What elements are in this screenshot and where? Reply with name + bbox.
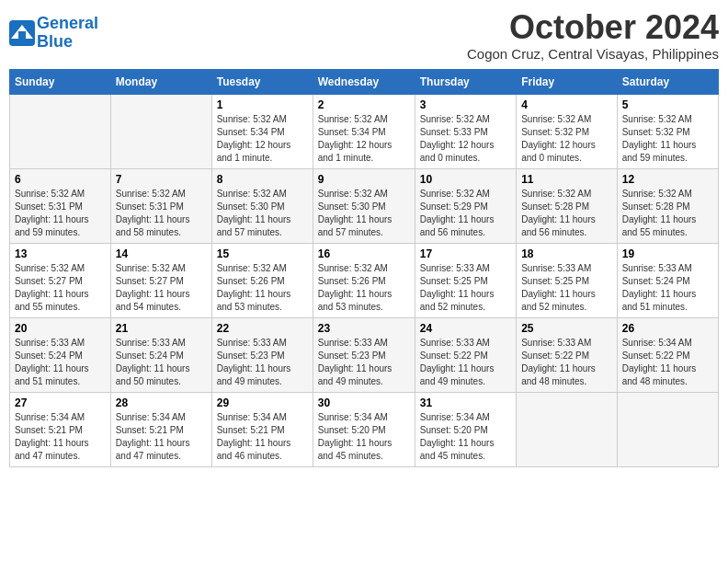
- calendar-week-row: 6Sunrise: 5:32 AMSunset: 5:31 PMDaylight…: [10, 168, 719, 243]
- day-info: Sunrise: 5:32 AMSunset: 5:26 PMDaylight:…: [318, 262, 410, 314]
- day-info: Sunrise: 5:32 AMSunset: 5:34 PMDaylight:…: [217, 113, 308, 165]
- calendar-cell: 9Sunrise: 5:32 AMSunset: 5:30 PMDaylight…: [313, 168, 415, 243]
- day-info: Sunrise: 5:33 AMSunset: 5:22 PMDaylight:…: [521, 337, 612, 388]
- day-number: 27: [15, 396, 106, 409]
- calendar-cell: 18Sunrise: 5:33 AMSunset: 5:25 PMDayligh…: [517, 243, 618, 317]
- day-info: Sunrise: 5:32 AMSunset: 5:32 PMDaylight:…: [521, 113, 612, 165]
- calendar-cell: 2Sunrise: 5:32 AMSunset: 5:34 PMDaylight…: [313, 94, 415, 168]
- day-info: Sunrise: 5:34 AMSunset: 5:22 PMDaylight:…: [622, 337, 713, 388]
- day-number: 24: [420, 322, 511, 335]
- calendar-cell: 14Sunrise: 5:32 AMSunset: 5:27 PMDayligh…: [110, 243, 211, 317]
- calendar-cell: 27Sunrise: 5:34 AMSunset: 5:21 PMDayligh…: [10, 392, 111, 466]
- calendar-body: 1Sunrise: 5:32 AMSunset: 5:34 PMDaylight…: [10, 94, 719, 466]
- day-number: 20: [15, 322, 106, 335]
- day-number: 30: [318, 396, 410, 409]
- day-info: Sunrise: 5:32 AMSunset: 5:30 PMDaylight:…: [318, 188, 410, 239]
- day-info: Sunrise: 5:33 AMSunset: 5:23 PMDaylight:…: [217, 337, 308, 388]
- calendar-cell: [110, 94, 211, 168]
- calendar-cell: [10, 94, 111, 168]
- day-number: 23: [318, 322, 410, 335]
- day-info: Sunrise: 5:33 AMSunset: 5:25 PMDaylight:…: [521, 262, 612, 314]
- calendar-cell: 13Sunrise: 5:32 AMSunset: 5:27 PMDayligh…: [10, 243, 111, 317]
- calendar-cell: 12Sunrise: 5:32 AMSunset: 5:28 PMDayligh…: [617, 168, 718, 243]
- logo-line2: Blue: [37, 32, 73, 51]
- day-info: Sunrise: 5:32 AMSunset: 5:32 PMDaylight:…: [622, 113, 713, 165]
- header-row: SundayMondayTuesdayWednesdayThursdayFrid…: [10, 69, 719, 94]
- day-number: 1: [217, 98, 308, 111]
- weekday-header: Sunday: [10, 69, 111, 94]
- day-number: 21: [116, 322, 207, 335]
- day-number: 8: [217, 173, 308, 186]
- day-number: 9: [318, 173, 410, 186]
- day-number: 14: [116, 247, 207, 260]
- calendar-cell: 6Sunrise: 5:32 AMSunset: 5:31 PMDaylight…: [10, 168, 111, 243]
- month-title: October 2024: [467, 9, 719, 46]
- calendar-cell: 26Sunrise: 5:34 AMSunset: 5:22 PMDayligh…: [617, 317, 718, 392]
- calendar-cell: 28Sunrise: 5:34 AMSunset: 5:21 PMDayligh…: [110, 392, 211, 466]
- day-number: 26: [622, 322, 713, 335]
- calendar-cell: 4Sunrise: 5:32 AMSunset: 5:32 PMDaylight…: [517, 94, 618, 168]
- page-header: General Blue October 2024 Cogon Cruz, Ce…: [9, 9, 719, 62]
- title-block: October 2024 Cogon Cruz, Central Visayas…: [467, 9, 719, 62]
- calendar-cell: 22Sunrise: 5:33 AMSunset: 5:23 PMDayligh…: [211, 317, 313, 392]
- calendar-cell: 30Sunrise: 5:34 AMSunset: 5:20 PMDayligh…: [313, 392, 415, 466]
- calendar-cell: 31Sunrise: 5:34 AMSunset: 5:20 PMDayligh…: [415, 392, 516, 466]
- day-info: Sunrise: 5:34 AMSunset: 5:21 PMDaylight:…: [15, 411, 106, 463]
- calendar-cell: 19Sunrise: 5:33 AMSunset: 5:24 PMDayligh…: [617, 243, 718, 317]
- calendar-cell: 8Sunrise: 5:32 AMSunset: 5:30 PMDaylight…: [211, 168, 313, 243]
- day-info: Sunrise: 5:32 AMSunset: 5:27 PMDaylight:…: [15, 262, 106, 314]
- day-number: 31: [420, 396, 511, 409]
- day-info: Sunrise: 5:34 AMSunset: 5:20 PMDaylight:…: [318, 411, 410, 463]
- day-info: Sunrise: 5:33 AMSunset: 5:23 PMDaylight:…: [318, 337, 410, 388]
- calendar-cell: 16Sunrise: 5:32 AMSunset: 5:26 PMDayligh…: [313, 243, 415, 317]
- day-info: Sunrise: 5:32 AMSunset: 5:28 PMDaylight:…: [521, 188, 612, 239]
- day-number: 12: [622, 173, 713, 186]
- day-number: 19: [622, 247, 713, 260]
- day-number: 4: [521, 98, 612, 111]
- day-number: 18: [521, 247, 612, 260]
- day-info: Sunrise: 5:34 AMSunset: 5:21 PMDaylight:…: [116, 411, 207, 463]
- calendar-week-row: 13Sunrise: 5:32 AMSunset: 5:27 PMDayligh…: [10, 243, 719, 317]
- day-number: 10: [420, 173, 511, 186]
- calendar-cell: [617, 392, 718, 466]
- day-info: Sunrise: 5:32 AMSunset: 5:28 PMDaylight:…: [622, 188, 713, 239]
- location: Cogon Cruz, Central Visayas, Philippines: [467, 46, 719, 62]
- day-info: Sunrise: 5:32 AMSunset: 5:29 PMDaylight:…: [420, 188, 511, 239]
- day-number: 25: [521, 322, 612, 335]
- logo-line1: General: [37, 14, 98, 32]
- day-number: 13: [15, 247, 106, 260]
- logo-text: General Blue: [37, 15, 98, 52]
- calendar-week-row: 27Sunrise: 5:34 AMSunset: 5:21 PMDayligh…: [10, 392, 719, 466]
- weekday-header: Saturday: [617, 69, 718, 94]
- day-info: Sunrise: 5:32 AMSunset: 5:34 PMDaylight:…: [318, 113, 410, 165]
- day-info: Sunrise: 5:32 AMSunset: 5:31 PMDaylight:…: [15, 188, 106, 239]
- day-number: 28: [116, 396, 207, 409]
- calendar-cell: 3Sunrise: 5:32 AMSunset: 5:33 PMDaylight…: [415, 94, 516, 168]
- weekday-header: Thursday: [415, 69, 516, 94]
- calendar-cell: 17Sunrise: 5:33 AMSunset: 5:25 PMDayligh…: [415, 243, 516, 317]
- logo-icon: [9, 20, 35, 46]
- calendar-cell: 11Sunrise: 5:32 AMSunset: 5:28 PMDayligh…: [517, 168, 618, 243]
- calendar-cell: 5Sunrise: 5:32 AMSunset: 5:32 PMDaylight…: [617, 94, 718, 168]
- calendar-cell: 7Sunrise: 5:32 AMSunset: 5:31 PMDaylight…: [110, 168, 211, 243]
- day-info: Sunrise: 5:33 AMSunset: 5:24 PMDaylight:…: [116, 337, 207, 388]
- day-info: Sunrise: 5:34 AMSunset: 5:21 PMDaylight:…: [217, 411, 308, 463]
- weekday-header: Monday: [110, 69, 211, 94]
- svg-rect-2: [18, 31, 26, 39]
- day-info: Sunrise: 5:33 AMSunset: 5:25 PMDaylight:…: [420, 262, 511, 314]
- day-number: 11: [521, 173, 612, 186]
- day-number: 6: [15, 173, 106, 186]
- day-info: Sunrise: 5:33 AMSunset: 5:22 PMDaylight:…: [420, 337, 511, 388]
- day-number: 17: [420, 247, 511, 260]
- calendar-cell: [517, 392, 618, 466]
- calendar-cell: 25Sunrise: 5:33 AMSunset: 5:22 PMDayligh…: [517, 317, 618, 392]
- calendar-week-row: 20Sunrise: 5:33 AMSunset: 5:24 PMDayligh…: [10, 317, 719, 392]
- calendar-table: SundayMondayTuesdayWednesdayThursdayFrid…: [9, 69, 719, 467]
- day-number: 2: [318, 98, 410, 111]
- day-info: Sunrise: 5:33 AMSunset: 5:24 PMDaylight:…: [622, 262, 713, 314]
- calendar-cell: 15Sunrise: 5:32 AMSunset: 5:26 PMDayligh…: [211, 243, 313, 317]
- day-number: 5: [622, 98, 713, 111]
- day-number: 29: [217, 396, 308, 409]
- calendar-header: SundayMondayTuesdayWednesdayThursdayFrid…: [10, 69, 719, 94]
- day-info: Sunrise: 5:32 AMSunset: 5:33 PMDaylight:…: [420, 113, 511, 165]
